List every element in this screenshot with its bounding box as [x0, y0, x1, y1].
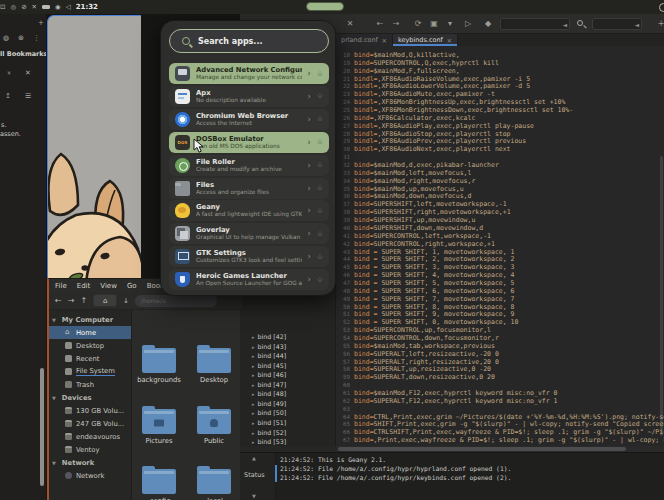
favorite-star-icon[interactable]: ☆ — [317, 138, 323, 146]
chevron-right-icon[interactable]: › — [308, 229, 311, 238]
tab-close-icon[interactable]: ✕ — [447, 37, 452, 44]
favorite-star-icon[interactable]: ☆ — [317, 230, 323, 238]
menu-file[interactable]: File — [55, 282, 67, 290]
chevron-right-icon[interactable]: › — [308, 138, 311, 147]
up-icon[interactable]: ↑ — [80, 296, 87, 305]
chevron-right-icon[interactable]: › — [308, 115, 311, 124]
launcher-item-file-roller[interactable]: File RollerCreate and modify an archive›… — [169, 155, 329, 176]
folder-.local[interactable]: .local — [188, 469, 240, 500]
volume-icon[interactable]: ◁ — [66, 0, 71, 14]
build-icon[interactable]: ▣ — [427, 14, 441, 34]
menu-kebab-icon[interactable]: ⋮ — [33, 34, 40, 42]
network-off-icon[interactable]: ⊘ — [21, 0, 26, 14]
tray-overflow-icon[interactable] — [659, 3, 664, 12]
clear-entry-icon[interactable]: ◄ — [562, 21, 567, 28]
folder-Desktop[interactable]: Desktop — [188, 348, 240, 384]
chevron-right-icon[interactable]: › — [308, 69, 311, 78]
symbol-item[interactable]: ▸bind [45] — [252, 361, 286, 371]
code-editor[interactable]: 18bind=$mainMod,Q,killactive,19bind=SUPE… — [336, 46, 664, 446]
favorite-star-icon[interactable]: ☆ — [317, 92, 323, 100]
tab-close-icon[interactable]: ✕ — [382, 37, 387, 44]
chevron-right-icon[interactable]: › — [308, 252, 311, 261]
back-icon[interactable]: ← — [55, 296, 62, 305]
sidebar-item-network[interactable]: ▼Network — [49, 456, 132, 469]
symbol-item[interactable]: ▸bind [50] — [252, 408, 286, 418]
search-entry[interactable]: ◄ — [500, 18, 570, 30]
symbol-item[interactable]: ▸bind [42] — [252, 332, 286, 342]
sidebar-item-file-system[interactable]: File System — [49, 365, 132, 378]
symbol-item[interactable]: ▸bind [46] — [252, 370, 286, 380]
sidebar-item-recent[interactable]: Recent — [49, 352, 132, 365]
favorite-star-icon[interactable]: ☆ — [317, 161, 323, 169]
sidebar-item-ventoy[interactable]: Ventoy — [49, 443, 132, 456]
expander-icon[interactable]: ▼ — [52, 460, 56, 466]
hscroll-thumb[interactable] — [338, 447, 626, 451]
favorite-star-icon[interactable]: ☆ — [317, 207, 323, 215]
chevron-right-icon[interactable]: › — [308, 275, 311, 284]
forward-icon[interactable]: → — [389, 14, 403, 34]
tab-scroll-down-icon[interactable]: ▼ — [252, 493, 256, 499]
run-icon[interactable]: ▷ — [461, 14, 475, 34]
close-icon[interactable]: ✕ — [25, 69, 31, 77]
folder-backgrounds[interactable]: backgrounds — [133, 348, 185, 384]
launcher-item-chromium-web-browser[interactable]: Chromium Web BrowserAccess the Internet›… — [169, 109, 329, 130]
collapse-sidebar-icon[interactable]: » — [5, 71, 13, 75]
menu-go[interactable]: Go — [127, 282, 137, 290]
launcher-item-apx[interactable]: ApxNo description available›☆ — [169, 86, 329, 107]
add-icon[interactable]: + — [654, 14, 664, 34]
forward-icon[interactable]: → — [68, 296, 75, 305]
workspace-pill[interactable] — [306, 2, 344, 11]
tab-keybinds-conf[interactable]: keybinds.conf✕ — [393, 34, 458, 46]
media-icon[interactable]: ◉ — [55, 0, 61, 14]
favorite-star-icon[interactable]: ☆ — [317, 184, 323, 192]
search-icon[interactable] — [577, 20, 583, 26]
launcher-item-heroic-games-launcher[interactable]: Heroic Games LauncherAn Open Source Laun… — [169, 269, 329, 290]
favorite-star-icon[interactable]: ☆ — [317, 70, 323, 78]
chevron-right-icon[interactable]: › — [308, 184, 311, 193]
build-dropdown-icon[interactable]: ▾ — [443, 14, 457, 34]
sidebar-item-my-computer[interactable]: ▼My Computer — [49, 313, 132, 326]
upload-icon[interactable]: ↥ — [5, 92, 11, 100]
close-icon[interactable]: ✕ — [343, 14, 357, 34]
sidebar-item-trash[interactable]: Trash — [49, 378, 132, 391]
launcher-item-geany[interactable]: GeanyA fast and lightweight IDE using GT… — [169, 200, 329, 221]
folder-Pictures[interactable]: Pictures — [133, 409, 185, 445]
symbol-item[interactable]: ▸bind [44] — [252, 351, 286, 361]
launcher-search[interactable]: Search apps... — [169, 29, 329, 53]
tab-status[interactable]: Status — [244, 471, 265, 479]
cast-icon[interactable]: ⊡ — [0, 0, 5, 14]
battery-icon[interactable] — [42, 5, 50, 10]
home-button[interactable]: ⌂ — [93, 294, 117, 307]
favorite-star-icon[interactable]: ☆ — [317, 253, 323, 261]
symbol-item[interactable]: ▸bind [51] — [252, 418, 286, 428]
editor-vscrollbar[interactable] — [660, 156, 663, 436]
clear-entry-icon[interactable]: ◄ — [634, 21, 639, 28]
symbol-item[interactable]: ▸bind [43] — [252, 342, 286, 352]
symbol-item[interactable]: ▸bind [48] — [252, 389, 286, 399]
symbol-item[interactable]: ▸bind [49] — [252, 399, 286, 409]
notification-icon[interactable]: ◎ — [10, 0, 16, 14]
back-icon[interactable]: ← — [373, 14, 387, 34]
launcher-item-files[interactable]: FilesAccess and organize files›☆ — [169, 178, 329, 199]
tab-scroll-up-icon[interactable]: ▲ — [252, 455, 256, 461]
compile-icon[interactable]: ⟳ — [411, 14, 425, 34]
extensions-icon[interactable]: ⊗ — [18, 34, 24, 42]
sidebar-item-network[interactable]: Network — [49, 469, 132, 482]
menu-view[interactable]: View — [100, 282, 117, 290]
launcher-item-gtk-settings[interactable]: GTK SettingsCustomizes GTK3 look and fee… — [169, 246, 329, 267]
profile-icon[interactable]: ◍ — [3, 34, 9, 42]
browser-scrollbar[interactable] — [40, 368, 44, 486]
path-bar[interactable]: /home/a — [135, 295, 217, 307]
chevron-right-icon[interactable]: › — [308, 161, 311, 170]
folder-Public[interactable]: Public — [188, 409, 240, 445]
sidebar-item-247-gb-volu-[interactable]: 247 GB Volu... — [49, 417, 132, 430]
favorite-star-icon[interactable]: ☆ — [317, 276, 323, 284]
chevron-right-icon[interactable]: › — [308, 206, 311, 215]
expander-icon[interactable]: ▼ — [52, 317, 56, 323]
sidebar-item-130-gb-volu-[interactable]: 130 GB Volu... — [49, 404, 132, 417]
bluetooth-off-icon[interactable]: ✕ — [32, 0, 37, 14]
sidebar-item-desktop[interactable]: Desktop — [49, 339, 132, 352]
chevron-right-icon[interactable]: › — [308, 92, 311, 101]
sidebar-item-endeavouros[interactable]: endeavouros — [49, 430, 132, 443]
symbol-item[interactable]: ▸bind [52] — [252, 428, 286, 438]
